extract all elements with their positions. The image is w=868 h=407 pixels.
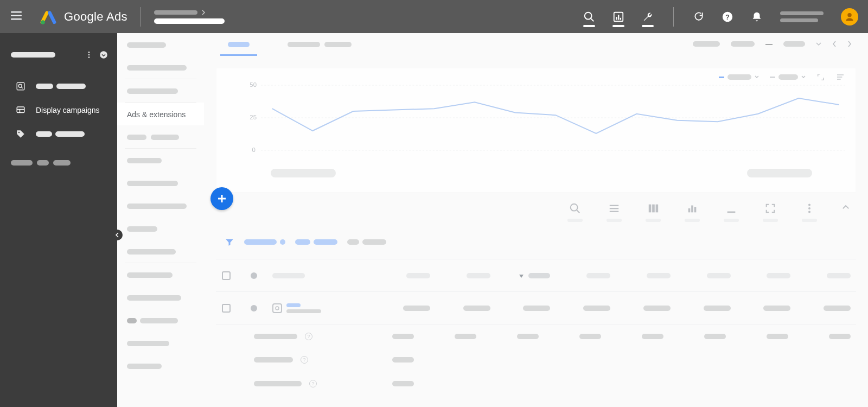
subnav-item[interactable] <box>117 79 204 102</box>
add-button[interactable] <box>210 187 233 210</box>
subnav-item[interactable] <box>117 149 204 171</box>
notifications-icon[interactable] <box>751 11 763 23</box>
subnav-item[interactable] <box>117 125 204 148</box>
toolbar-columns[interactable] <box>646 202 661 222</box>
col-header[interactable] <box>439 273 490 278</box>
prev-period-icon[interactable] <box>832 41 837 47</box>
subnav-item[interactable] <box>117 263 204 286</box>
segment-icon <box>608 202 620 214</box>
select-all-checkbox[interactable] <box>221 271 235 281</box>
col-header-sorted[interactable] <box>499 273 551 278</box>
svg-point-23 <box>18 132 20 133</box>
brand-name: Google Ads <box>64 10 127 24</box>
col-header[interactable] <box>739 273 791 278</box>
table-cell <box>679 306 731 311</box>
help-icon[interactable]: ? <box>722 11 733 23</box>
main-content: — 50 <box>204 33 868 407</box>
subnav-item[interactable] <box>117 240 204 263</box>
table-summary-row: ? <box>216 372 856 396</box>
svg-rect-50 <box>222 272 230 279</box>
date-range-controls[interactable]: — <box>693 40 852 48</box>
svg-point-35 <box>571 204 578 211</box>
tab[interactable] <box>288 33 352 56</box>
subnav-item[interactable] <box>117 194 204 217</box>
next-period-icon[interactable] <box>847 41 852 47</box>
toolbar-collapse[interactable] <box>841 202 851 212</box>
svg-rect-9 <box>620 17 621 20</box>
brand-logo[interactable]: Google Ads <box>40 9 127 25</box>
status-col-header[interactable] <box>244 272 264 279</box>
info-icon[interactable]: ? <box>309 380 317 387</box>
subnav-item[interactable] <box>117 217 204 240</box>
info-icon[interactable]: ? <box>301 356 308 364</box>
col-header[interactable] <box>799 273 851 278</box>
chart-controls <box>719 73 845 81</box>
filter-chip[interactable] <box>295 239 337 245</box>
subnav-item[interactable] <box>117 332 204 354</box>
subnav-item[interactable] <box>117 171 204 194</box>
subnav-item[interactable] <box>117 33 204 56</box>
metric-selector-2[interactable] <box>770 74 806 80</box>
more-vert-icon[interactable] <box>85 50 93 59</box>
row-checkbox[interactable] <box>221 303 235 313</box>
row-primary-cell[interactable] <box>272 303 370 313</box>
svg-rect-43 <box>688 208 691 212</box>
sidebar-overview[interactable] <box>0 43 117 67</box>
hamburger-menu-icon[interactable] <box>10 9 22 24</box>
breadcrumb[interactable] <box>154 10 225 24</box>
toolbar-download[interactable] <box>724 202 739 222</box>
refresh-icon[interactable] <box>693 11 704 23</box>
account-avatar-icon[interactable] <box>841 8 858 26</box>
chart-options-icon[interactable] <box>836 73 845 81</box>
chart-footer <box>227 166 845 177</box>
dropdown-icon[interactable] <box>816 41 821 47</box>
col-header[interactable] <box>559 273 610 278</box>
subnav-item[interactable] <box>117 286 204 309</box>
subnav-item-ads-extensions[interactable]: Ads & extensions <box>117 103 204 125</box>
toolbar-more[interactable] <box>802 202 817 222</box>
svg-line-36 <box>577 210 580 213</box>
table-row[interactable] <box>216 291 856 324</box>
col-header[interactable] <box>679 273 731 278</box>
row-status[interactable] <box>244 305 264 311</box>
collapse-sidebar-button[interactable] <box>112 230 123 240</box>
col-header[interactable] <box>379 273 430 278</box>
metric-selector-1[interactable] <box>719 74 759 80</box>
sidebar-item-display-campaigns[interactable]: Display campaigns <box>0 98 117 122</box>
info-icon[interactable]: ? <box>305 333 312 340</box>
svg-text:?: ? <box>725 12 730 21</box>
sidebar-item-search[interactable] <box>0 74 117 98</box>
col-header[interactable] <box>272 273 370 278</box>
toolbar-expand[interactable] <box>763 202 778 222</box>
svg-rect-51 <box>222 304 230 312</box>
chevron-left-icon <box>114 232 120 238</box>
svg-rect-44 <box>691 206 693 213</box>
data-table: ? ? ? <box>216 259 856 396</box>
subnav-item[interactable] <box>117 354 204 377</box>
sidebar-item-label: Display campaigns <box>36 106 100 115</box>
filter-chip[interactable] <box>347 239 386 245</box>
tab-active[interactable] <box>228 33 250 56</box>
subnav-item[interactable] <box>117 56 204 79</box>
svg-rect-41 <box>652 205 655 213</box>
svg-point-3 <box>41 20 45 24</box>
filter-chip[interactable] <box>244 239 285 245</box>
google-ads-logo-icon <box>40 9 56 25</box>
more-vert-icon <box>803 202 815 214</box>
toolbar-reports[interactable] <box>685 202 700 222</box>
sidebar-item-tagged[interactable] <box>0 122 117 146</box>
tools-icon[interactable] <box>642 11 654 23</box>
svg-rect-46 <box>727 212 736 213</box>
filter-icon[interactable] <box>225 237 234 247</box>
col-header[interactable] <box>619 273 671 278</box>
subnav-item[interactable] <box>117 309 204 332</box>
expand-collapse-icon[interactable] <box>99 50 108 60</box>
reports-icon[interactable] <box>612 11 624 23</box>
account-text[interactable] <box>780 11 824 22</box>
toolbar-search[interactable] <box>567 202 583 222</box>
table-cell <box>619 306 671 311</box>
search-icon[interactable] <box>583 11 595 23</box>
expand-chart-icon[interactable] <box>816 73 825 81</box>
svg-point-4 <box>585 12 592 19</box>
toolbar-segment[interactable] <box>607 202 622 222</box>
